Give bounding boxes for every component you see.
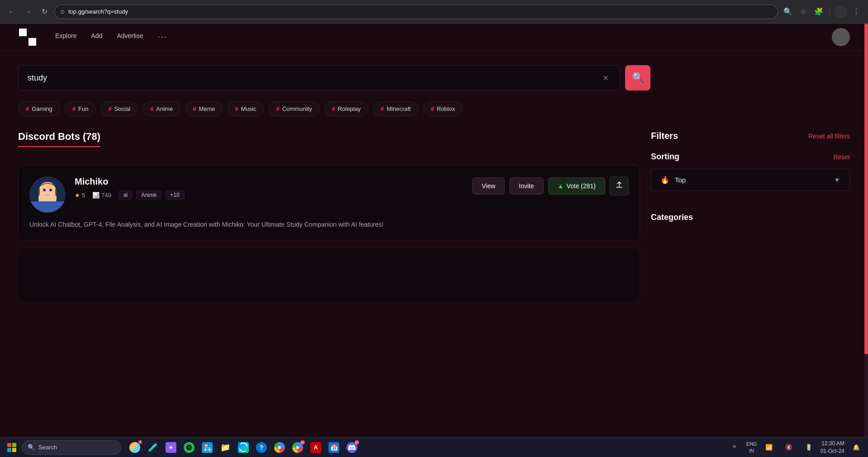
tag-fun[interactable]: # Fun xyxy=(65,101,96,116)
notification-badge-chrome: 9+ xyxy=(300,440,305,445)
nav-advertise[interactable]: Advertise xyxy=(117,32,143,42)
address-bar[interactable]: ⊙ top.gg/search?q=study xyxy=(54,5,778,19)
tag-minecraft[interactable]: # Minecraft xyxy=(373,101,419,116)
tag-roblox[interactable]: # Roblox xyxy=(423,101,463,116)
tag-music[interactable]: # Music xyxy=(228,101,264,116)
bot-tag-ai[interactable]: ai xyxy=(119,190,133,200)
user-avatar[interactable] xyxy=(832,28,850,46)
categories-section: Categories xyxy=(651,202,850,222)
scroll-indicator[interactable] xyxy=(864,24,868,437)
taskbar: 🔍 Search 1 🧪 ✦ 🏪 📁 xyxy=(0,437,868,457)
taskbar-app-acrobat[interactable]: A xyxy=(308,439,324,456)
fire-icon: 🔥 xyxy=(660,176,669,184)
logo[interactable] xyxy=(18,28,37,47)
taskbar-search-label: Search xyxy=(38,444,57,451)
reset-all-filters-link[interactable]: Reset all filters xyxy=(808,133,850,140)
sorting-title: Sorting xyxy=(651,152,679,162)
sorting-reset-link[interactable]: Reset xyxy=(833,153,850,161)
bot-tag-more[interactable]: +10 xyxy=(165,190,184,200)
nav-more-dots[interactable]: ··· xyxy=(158,32,167,42)
bot-tags: ai Anime +10 xyxy=(119,190,185,200)
extensions-button[interactable]: 🧩 xyxy=(812,5,825,18)
bot-info: Michiko ★ 5 📊 749 xyxy=(75,176,463,203)
taskbar-app-spotify[interactable] xyxy=(181,439,197,456)
categories-title: Categories xyxy=(651,213,693,222)
tag-community[interactable]: # Community xyxy=(269,101,320,116)
section-title: Discord Bots (78) xyxy=(18,131,100,147)
back-button[interactable]: ← xyxy=(5,5,18,18)
filters-section: Filters Reset all filters Sorting Reset … xyxy=(651,131,850,309)
svg-rect-1 xyxy=(28,38,36,46)
sorting-header: Sorting Reset xyxy=(651,152,850,162)
sorting-dropdown[interactable]: 🔥 Top ▼ xyxy=(651,169,850,191)
tray-up-arrow[interactable]: ^ xyxy=(726,439,743,456)
browser-more-button[interactable]: ⋮ xyxy=(850,5,863,18)
search-submit-icon: 🔍 xyxy=(632,72,644,84)
bot-card: Michiko ★ 5 📊 749 xyxy=(18,165,640,241)
bot-name: Michiko xyxy=(75,176,463,187)
taskbar-app-chrome[interactable] xyxy=(271,439,288,456)
bot-card-header: Michiko ★ 5 📊 749 xyxy=(29,176,629,213)
tag-anime[interactable]: # Anime xyxy=(142,101,180,116)
forward-button[interactable]: → xyxy=(22,5,34,18)
svg-rect-0 xyxy=(19,29,27,36)
windows-logo-icon xyxy=(7,443,16,452)
tray-wifi[interactable]: 📶 xyxy=(761,439,777,456)
filters-header: Filters Reset all filters xyxy=(651,131,850,141)
taskbar-app-purple[interactable]: ✦ xyxy=(163,439,179,456)
nav-links: Explore Add Advertise ··· xyxy=(55,32,832,42)
browser-profile-avatar[interactable] xyxy=(835,5,847,18)
tag-roleplay[interactable]: # Roleplay xyxy=(324,101,369,116)
bot-stats: ★ 5 📊 749 ai Anime +10 xyxy=(75,190,463,200)
bot-card-2 xyxy=(18,248,640,302)
bookmark-button[interactable]: ☆ xyxy=(797,5,810,18)
taskbar-app-microsoftstore[interactable]: 🏪 xyxy=(199,439,215,456)
vote-arrow-icon: ▲ xyxy=(558,182,564,190)
search-input[interactable] xyxy=(28,73,601,83)
browser-actions: 🔍 ☆ 🧩 ⋮ xyxy=(782,5,863,18)
bot-tag-anime[interactable]: Anime xyxy=(136,190,161,200)
top-nav: Explore Add Advertise ··· xyxy=(0,24,868,51)
nav-add[interactable]: Add xyxy=(91,32,102,42)
taskbar-app-discord[interactable]: 1+ xyxy=(344,439,360,456)
tag-meme[interactable]: # Meme xyxy=(185,101,223,116)
taskbar-app-edge[interactable] xyxy=(235,439,251,456)
taskbar-search-bar[interactable]: 🔍 Search xyxy=(22,440,121,455)
tray-battery[interactable]: 🔋 xyxy=(801,439,817,456)
bot-vote-count: 📊 749 xyxy=(92,192,111,199)
svg-point-5 xyxy=(43,189,46,191)
bot-avatar xyxy=(29,176,66,213)
url-text: top.gg/search?q=study xyxy=(68,8,128,15)
reload-button[interactable]: ↻ xyxy=(38,5,51,18)
tray-volume[interactable]: 🔇 xyxy=(781,439,797,456)
taskbar-app-calendar[interactable]: 📅 xyxy=(326,439,342,456)
chart-icon: 📊 xyxy=(92,192,100,199)
browser-search-button[interactable]: 🔍 xyxy=(782,5,794,18)
share-button[interactable] xyxy=(610,176,629,195)
search-clear-button[interactable]: × xyxy=(601,71,610,85)
taskbar-search-icon: 🔍 xyxy=(28,444,35,451)
svg-rect-7 xyxy=(29,201,66,213)
svg-point-6 xyxy=(49,189,52,191)
filters-title: Filters xyxy=(651,131,678,141)
nav-explore[interactable]: Explore xyxy=(55,32,76,42)
taskbar-app-helpdesk[interactable]: ? xyxy=(253,439,270,456)
notification-badge: 1 xyxy=(138,440,142,444)
taskbar-app-fileexplorer[interactable]: 📁 xyxy=(217,439,233,456)
taskbar-app-multitasking[interactable]: 1 xyxy=(127,439,143,456)
view-button[interactable]: View xyxy=(472,177,505,195)
invite-button[interactable]: Invite xyxy=(509,177,543,195)
taskbar-app-flask[interactable]: 🧪 xyxy=(145,439,161,456)
start-button[interactable] xyxy=(4,441,20,454)
page: Explore Add Advertise ··· × 🔍 # xyxy=(0,24,868,437)
tag-social[interactable]: # Social xyxy=(100,101,138,116)
notification-badge-discord: 1+ xyxy=(355,440,359,445)
search-submit-button[interactable]: 🔍 xyxy=(625,65,650,90)
tag-gaming[interactable]: # Gaming xyxy=(18,101,60,116)
tray-clock[interactable]: 12:30 AM 01-Oct-24 xyxy=(821,440,844,455)
taskbar-tray: ^ ENGIN 📶 🔇 🔋 12:30 AM 01-Oct-24 🔔 xyxy=(726,439,864,456)
tray-notification[interactable]: 🔔 xyxy=(848,439,864,456)
taskbar-app-chrome-2[interactable]: 9+ xyxy=(289,439,306,456)
svg-point-4 xyxy=(39,182,56,196)
vote-button[interactable]: ▲ Vote (281) xyxy=(548,177,605,195)
